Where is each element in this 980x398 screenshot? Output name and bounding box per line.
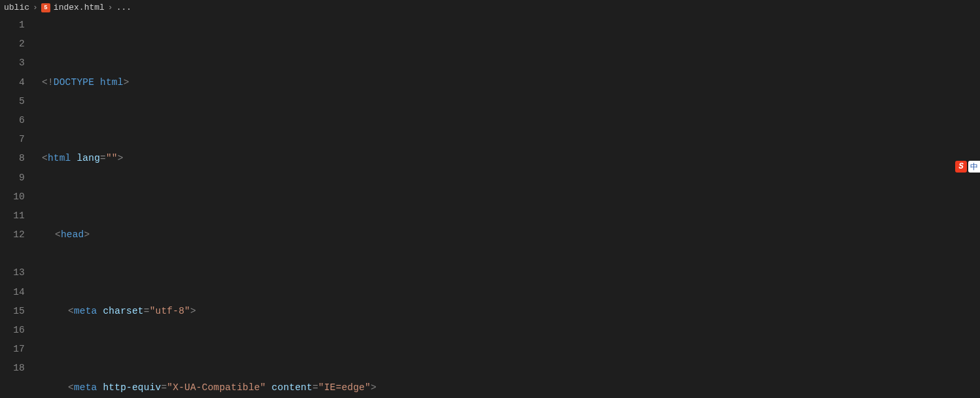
code-area[interactable]: <!DOCTYPE html> <html lang=""> <head> <m… <box>34 16 980 398</box>
ime-sogou-icon: S <box>955 161 967 173</box>
line-number: 11 <box>0 207 25 225</box>
code-line[interactable]: <head> <box>47 225 980 244</box>
line-number: 15 <box>0 302 25 321</box>
line-number: 16 <box>0 321 25 340</box>
chevron-right-icon: › <box>108 3 113 12</box>
line-number: 3 <box>0 54 25 73</box>
line-number: 10 <box>0 188 25 207</box>
breadcrumb[interactable]: ublic › 5 index.html › ... <box>0 0 980 16</box>
line-number: 1 <box>0 16 25 35</box>
line-number: 12 <box>0 225 25 244</box>
line-number-gutter: 1 2 3 4 5 6 7 8 9 10 11 12 13 14 15 16 1… <box>0 16 34 398</box>
line-number: 18 <box>0 359 25 378</box>
code-line[interactable]: <meta charset="utf-8"> <box>60 302 980 321</box>
chevron-right-icon: › <box>33 3 38 12</box>
breadcrumb-file[interactable]: index.html <box>54 3 105 12</box>
line-number: 14 <box>0 283 25 302</box>
line-number: 13 <box>0 263 25 282</box>
code-line[interactable]: <meta http-equiv="X-UA-Compatible" conte… <box>60 378 980 397</box>
line-number: 8 <box>0 149 25 168</box>
code-editor[interactable]: 1 2 3 4 5 6 7 8 9 10 11 12 13 14 15 16 1… <box>0 16 980 398</box>
line-number <box>0 244 25 263</box>
breadcrumb-tail[interactable]: ... <box>116 3 131 12</box>
breadcrumb-folder[interactable]: ublic <box>4 3 29 12</box>
ime-lang-label[interactable]: 中 <box>968 161 980 173</box>
line-number: 7 <box>0 130 25 149</box>
line-number: 9 <box>0 169 25 188</box>
code-line[interactable]: <html lang=""> <box>34 149 980 168</box>
code-line[interactable]: <!DOCTYPE html> <box>34 73 980 92</box>
line-number: 2 <box>0 35 25 54</box>
ime-indicator[interactable]: S 中 <box>955 159 980 174</box>
line-number: 4 <box>0 73 25 92</box>
html5-icon: 5 <box>41 3 50 12</box>
line-number: 6 <box>0 111 25 130</box>
line-number: 5 <box>0 92 25 111</box>
line-number: 17 <box>0 340 25 359</box>
